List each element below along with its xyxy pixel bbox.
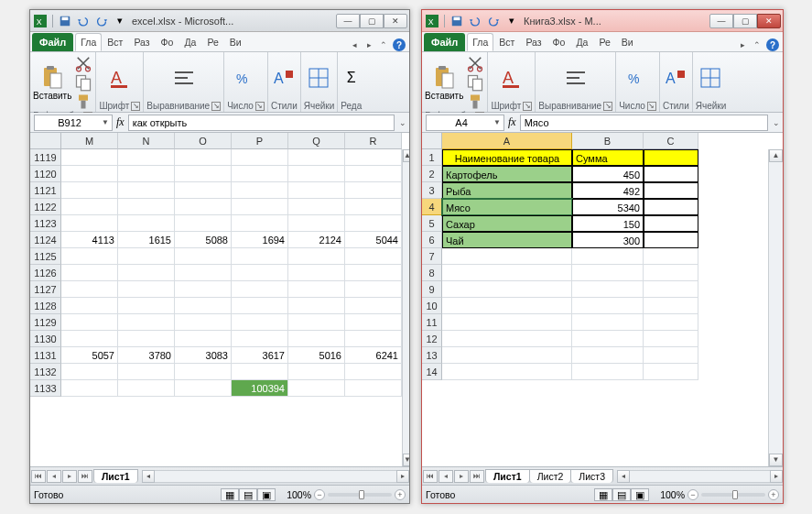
- cell[interactable]: [572, 314, 644, 331]
- number-icon[interactable]: %: [233, 65, 259, 91]
- row-header[interactable]: 1125: [30, 248, 61, 265]
- titlebar[interactable]: X ▾ Книга3.xlsx - M... ― ▢ ✕: [422, 10, 783, 32]
- cell[interactable]: 6241: [345, 347, 402, 364]
- cells-icon[interactable]: [698, 65, 723, 91]
- cell[interactable]: [61, 364, 118, 380]
- align-icon[interactable]: [563, 65, 589, 91]
- zoom-slider[interactable]: [701, 493, 765, 497]
- copy-icon[interactable]: [74, 73, 92, 92]
- cell[interactable]: [345, 215, 402, 232]
- cell[interactable]: 3617: [232, 347, 288, 364]
- cell[interactable]: [175, 281, 232, 298]
- tab-scroll-left-icon[interactable]: ◂: [349, 39, 360, 50]
- cell[interactable]: [288, 364, 345, 380]
- tab-home[interactable]: Гла: [467, 33, 493, 51]
- tab-review[interactable]: Ре: [593, 33, 615, 51]
- cell[interactable]: Чай: [442, 232, 572, 248]
- paste-button[interactable]: Вставить: [425, 64, 463, 101]
- row-header[interactable]: 1122: [30, 199, 61, 215]
- cell[interactable]: [644, 364, 698, 380]
- cell[interactable]: [345, 182, 402, 199]
- zoom-in-icon[interactable]: +: [768, 489, 779, 500]
- sheet-tab[interactable]: Лист1: [485, 469, 530, 483]
- zoom-out-icon[interactable]: −: [687, 489, 698, 500]
- cell[interactable]: [118, 314, 175, 331]
- row-header[interactable]: 1124: [30, 232, 61, 248]
- cell[interactable]: [232, 281, 288, 298]
- scroll-up-icon[interactable]: ▲: [769, 149, 783, 162]
- horizontal-scrollbar[interactable]: ◂ ▸: [142, 470, 409, 483]
- cell[interactable]: [442, 364, 572, 380]
- row-header[interactable]: 1120: [30, 166, 61, 182]
- row-header[interactable]: 5: [422, 215, 442, 232]
- cell[interactable]: [175, 248, 232, 265]
- cell[interactable]: 450: [572, 166, 644, 182]
- cell[interactable]: [345, 149, 402, 166]
- format-painter-icon[interactable]: [466, 93, 484, 111]
- scroll-down-icon[interactable]: ▼: [403, 454, 409, 466]
- cell[interactable]: [644, 232, 698, 248]
- redo-icon[interactable]: [95, 15, 108, 27]
- tab-formulas[interactable]: Фо: [547, 33, 571, 51]
- cell[interactable]: [345, 248, 402, 265]
- row-header[interactable]: 14: [422, 364, 442, 380]
- row-header[interactable]: 1132: [30, 364, 61, 380]
- row-header[interactable]: 1121: [30, 182, 61, 199]
- cell[interactable]: [288, 248, 345, 265]
- cell[interactable]: [442, 281, 572, 298]
- tab-view[interactable]: Ви: [616, 33, 639, 51]
- cell[interactable]: [572, 364, 644, 380]
- row-header[interactable]: 6: [422, 232, 442, 248]
- cell[interactable]: 150: [572, 215, 644, 232]
- cell[interactable]: 4113: [61, 232, 118, 248]
- cell[interactable]: [232, 182, 288, 199]
- cell[interactable]: [175, 149, 232, 166]
- row-header[interactable]: 11: [422, 314, 442, 331]
- scroll-track[interactable]: [403, 162, 409, 454]
- cell[interactable]: [345, 364, 402, 380]
- view-break-icon[interactable]: ▣: [257, 488, 276, 501]
- cell[interactable]: [572, 347, 644, 364]
- styles-icon[interactable]: A: [271, 65, 297, 91]
- cell[interactable]: 492: [572, 182, 644, 199]
- row-header[interactable]: 1126: [30, 265, 61, 281]
- cell[interactable]: [644, 331, 698, 347]
- align-dialog-icon[interactable]: ↘: [211, 102, 221, 111]
- row-header[interactable]: 13: [422, 347, 442, 364]
- formula-expand-icon[interactable]: ⌄: [396, 118, 409, 127]
- redo-icon[interactable]: [487, 15, 500, 27]
- cell[interactable]: [644, 248, 698, 265]
- zoom-in-icon[interactable]: +: [395, 489, 406, 500]
- row-header[interactable]: 1131: [30, 347, 61, 364]
- cell[interactable]: [345, 281, 402, 298]
- row-header[interactable]: 8: [422, 265, 442, 281]
- zoom-out-icon[interactable]: −: [314, 489, 325, 500]
- cell[interactable]: [288, 166, 345, 182]
- cell[interactable]: [175, 215, 232, 232]
- cell[interactable]: Наименование товара: [442, 149, 572, 166]
- vertical-scrollbar[interactable]: ▲ ▼: [768, 149, 783, 466]
- cell[interactable]: [175, 199, 232, 215]
- cell[interactable]: 3780: [118, 347, 175, 364]
- cell[interactable]: [118, 248, 175, 265]
- col-header[interactable]: P: [232, 133, 288, 149]
- scroll-up-icon[interactable]: ▲: [403, 149, 409, 162]
- cell[interactable]: [572, 331, 644, 347]
- cell[interactable]: [175, 298, 232, 314]
- file-tab[interactable]: Файл: [32, 33, 73, 51]
- cell[interactable]: [232, 265, 288, 281]
- horizontal-scrollbar[interactable]: ◂ ▸: [617, 470, 783, 483]
- cell[interactable]: [61, 281, 118, 298]
- column-headers[interactable]: ABC: [422, 133, 783, 149]
- sheet-tab[interactable]: Лист3: [570, 469, 613, 483]
- tab-scroll-right-icon[interactable]: ▸: [363, 39, 374, 50]
- sheet-nav-next-icon[interactable]: ▸: [62, 470, 77, 483]
- font-icon[interactable]: A: [107, 65, 133, 91]
- cell[interactable]: 5044: [345, 232, 402, 248]
- cell[interactable]: [175, 331, 232, 347]
- col-header[interactable]: A: [442, 133, 572, 149]
- col-header[interactable]: N: [118, 133, 175, 149]
- qat-customize-icon[interactable]: ▾: [114, 15, 126, 27]
- cell[interactable]: [345, 199, 402, 215]
- view-normal-icon[interactable]: ▦: [594, 488, 612, 501]
